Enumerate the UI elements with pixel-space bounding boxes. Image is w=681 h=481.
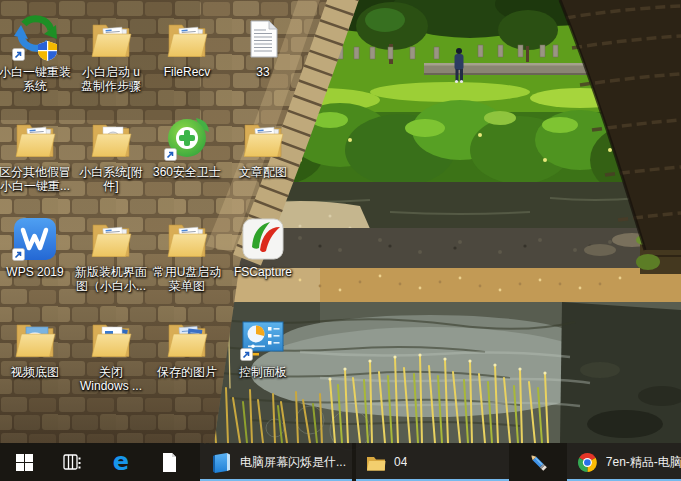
pencil-tool-button[interactable] xyxy=(514,443,562,481)
desktop-icon-fscapture[interactable]: FSCapture xyxy=(225,210,301,279)
blue-book-icon xyxy=(210,451,232,473)
white-doc-icon xyxy=(159,452,180,473)
folder-docs-icon xyxy=(87,15,135,63)
icon-label: WPS 2019 xyxy=(0,265,73,279)
desktop-icon-xiaobai-system-folder[interactable]: 小白系统[附 件] xyxy=(73,110,149,193)
desktop-icon-close-windows-folder[interactable]: 关闭 Windows ... xyxy=(73,310,149,393)
desktop-icon-saved-images-folder[interactable]: 保存的图片 xyxy=(149,310,225,379)
desktop-icon-filerecv-folder[interactable]: FileRecv xyxy=(149,10,225,79)
icon-glyph xyxy=(149,110,225,163)
start-icon xyxy=(16,454,33,471)
icon-glyph xyxy=(73,310,149,363)
desktop: e xyxy=(0,0,681,481)
icon-glyph xyxy=(225,310,301,363)
folder-media-icon xyxy=(87,115,135,163)
desktop-icon-distinguish-fake-folder[interactable]: 区分其他假冒 小白一键重... xyxy=(0,110,73,193)
window-folder-04[interactable]: 04 xyxy=(356,443,509,481)
icon-glyph xyxy=(225,110,301,163)
small-folder-icon xyxy=(366,452,386,472)
taskbar-button-label: 04 xyxy=(394,455,407,469)
icon-glyph xyxy=(0,10,73,63)
icon-glyph xyxy=(0,210,73,263)
icon-glyph xyxy=(149,10,225,63)
edge-icon xyxy=(109,450,133,474)
taskbar-button-label: 7en-精品-电脑 xyxy=(606,454,681,471)
icon-glyph xyxy=(149,310,225,363)
shortcut-arrow-icon xyxy=(164,148,177,161)
icon-glyph xyxy=(73,210,149,263)
taskbar: 电脑屏幕闪烁是什...047en-精品-电脑 xyxy=(0,443,681,481)
text-doc-icon xyxy=(239,15,287,63)
icon-label: FSCapture xyxy=(225,265,301,279)
icon-glyph xyxy=(149,210,225,263)
desktop-icon-video-bg-folder[interactable]: 视频底图 xyxy=(0,310,73,379)
icon-label: 文章配图 xyxy=(225,165,301,179)
shortcut-arrow-icon xyxy=(240,348,253,361)
desktop-icon-text-doc-33[interactable]: 33 xyxy=(225,10,301,79)
icon-label: 控制面板 xyxy=(225,365,301,379)
icon-label: 小白系统[附 件] xyxy=(73,165,149,193)
folder-docs-icon xyxy=(11,115,59,163)
desktop-icon-article-images-folder[interactable]: 文章配图 xyxy=(225,110,301,179)
icon-glyph xyxy=(0,110,73,163)
icon-label: 区分其他假冒 小白一键重... xyxy=(0,165,73,193)
fscapture-icon xyxy=(239,215,287,263)
folder-blueimg-icon xyxy=(163,315,211,363)
desktop-icon-control-panel[interactable]: 控制面板 xyxy=(225,310,301,379)
icon-label: 33 xyxy=(225,65,301,79)
icon-glyph xyxy=(73,110,149,163)
icon-glyph xyxy=(0,310,73,363)
chrome-icon xyxy=(577,452,598,473)
folder-docs-icon xyxy=(87,215,135,263)
task-view-icon xyxy=(63,453,81,471)
desktop-icon-usb-boot-menu-folder[interactable]: 常用U盘启动 菜单图 xyxy=(149,210,225,293)
icon-glyph xyxy=(225,10,301,63)
icon-glyph xyxy=(73,10,149,63)
icon-label: 小白一键重装 系统 xyxy=(0,65,73,93)
window-chrome[interactable]: 7en-精品-电脑 xyxy=(567,443,681,481)
taskbar-button-label: 电脑屏幕闪烁是什... xyxy=(240,454,346,471)
icon-label: 保存的图片 xyxy=(149,365,225,379)
desktop-icon-360-safe-guard[interactable]: 360安全卫士 xyxy=(149,110,225,179)
folder-image-icon xyxy=(11,315,59,363)
icon-label: 小白启动 u 盘制作步骤 xyxy=(73,65,149,93)
icon-label: 常用U盘启动 菜单图 xyxy=(149,265,225,293)
document-button[interactable] xyxy=(145,443,193,481)
desktop-icon-xiaobai-usb-steps[interactable]: 小白启动 u 盘制作步骤 xyxy=(73,10,149,93)
shortcut-arrow-icon xyxy=(12,48,25,61)
desktop-icon-wps-2019[interactable]: WPS 2019 xyxy=(0,210,73,279)
shortcut-arrow-icon xyxy=(12,248,25,261)
window-screen-flicker[interactable]: 电脑屏幕闪烁是什... xyxy=(200,443,352,481)
folder-docs-icon xyxy=(163,15,211,63)
icon-label: 新版装机界面 图（小白小... xyxy=(73,265,149,293)
desktop-icon-xiaobai-reinstall[interactable]: 小白一键重装 系统 xyxy=(0,10,73,93)
icon-label: 视频底图 xyxy=(0,365,73,379)
task-view-button[interactable] xyxy=(48,443,96,481)
folder-docs-icon xyxy=(239,115,287,163)
desktop-icon-new-install-ui-folder[interactable]: 新版装机界面 图（小白小... xyxy=(73,210,149,293)
edge-button[interactable] xyxy=(97,443,145,481)
start-button[interactable] xyxy=(0,443,48,481)
pencil-icon xyxy=(527,451,549,473)
icon-glyph xyxy=(225,210,301,263)
icon-label: 关闭 Windows ... xyxy=(73,365,149,393)
folder-docs-icon xyxy=(163,215,211,263)
folder-bluedoc-icon xyxy=(87,315,135,363)
icon-label: FileRecv xyxy=(149,65,225,79)
icon-label: 360安全卫士 xyxy=(149,165,225,179)
